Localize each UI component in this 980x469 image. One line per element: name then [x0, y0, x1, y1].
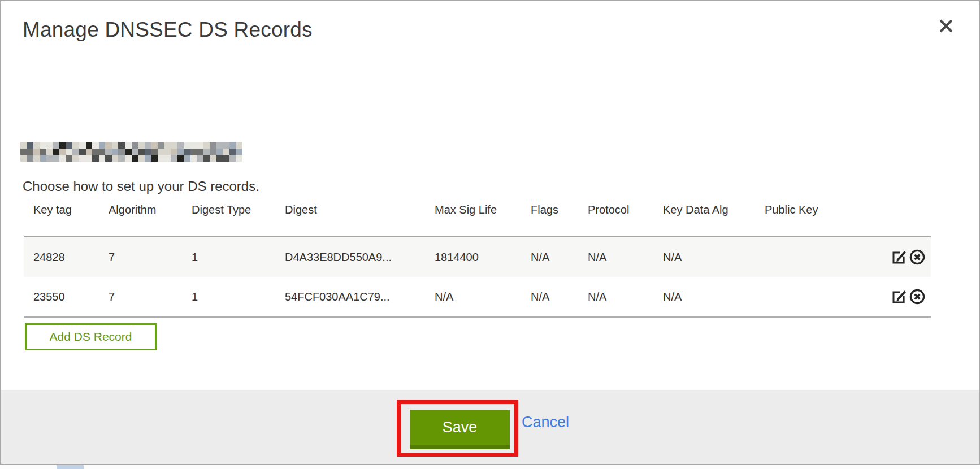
edit-icon[interactable] [890, 288, 908, 306]
close-icon[interactable] [936, 16, 956, 36]
table-body: 24828 7 1 D4A33E8DD550A9... 1814400 N/A … [24, 236, 931, 318]
column-header-key-data-alg: Key Data Alg [653, 203, 755, 216]
cell-protocol: N/A [578, 251, 653, 264]
delete-circle-x-icon[interactable] [908, 248, 926, 266]
redacted-domain [20, 142, 242, 162]
cell-flags: N/A [521, 290, 578, 303]
cell-flags: N/A [521, 251, 578, 264]
cell-algorithm: 7 [99, 251, 182, 264]
column-header-max-sig-life: Max Sig Life [425, 203, 521, 216]
column-header-flags: Flags [521, 203, 578, 216]
column-header-public-key: Public Key [755, 203, 876, 216]
edit-icon[interactable] [890, 248, 908, 266]
cell-max-sig-life: 1814400 [425, 251, 521, 264]
modal-footer: Save Cancel [1, 390, 979, 464]
add-ds-record-button[interactable]: Add DS Record [25, 323, 157, 350]
cell-digest-type: 1 [182, 290, 275, 303]
column-header-protocol: Protocol [578, 203, 653, 216]
cell-protocol: N/A [578, 290, 653, 303]
cell-digest: D4A33E8DD550A9... [275, 251, 425, 264]
delete-circle-x-icon[interactable] [908, 288, 926, 306]
cell-key-tag: 23550 [24, 290, 99, 303]
cell-key-data-alg: N/A [653, 251, 755, 264]
row-actions [876, 288, 931, 306]
cell-key-data-alg: N/A [653, 290, 755, 303]
row-actions [876, 248, 931, 266]
background-content-fragment [57, 465, 84, 469]
cell-algorithm: 7 [99, 290, 182, 303]
save-button[interactable]: Save [410, 410, 510, 449]
table-row: 24828 7 1 D4A33E8DD550A9... 1814400 N/A … [24, 237, 931, 277]
column-header-digest-type: Digest Type [182, 203, 275, 216]
column-header-key-tag: Key tag [24, 203, 99, 216]
cell-key-tag: 24828 [24, 251, 99, 264]
annotation-highlight-box: Save [397, 400, 518, 457]
cancel-link[interactable]: Cancel [522, 414, 569, 431]
table-row: 23550 7 1 54FCF030AA1C79... N/A N/A N/A … [24, 277, 931, 316]
manage-dnssec-modal: Manage DNSSEC DS Records Choose how to s… [0, 0, 980, 465]
page-title: Manage DNSSEC DS Records [23, 18, 313, 42]
column-header-digest: Digest [275, 203, 425, 216]
table-header-row: Key tag Algorithm Digest Type Digest Max… [24, 203, 931, 236]
page-behind-modal [0, 464, 980, 469]
cell-max-sig-life: N/A [425, 290, 521, 303]
cell-digest-type: 1 [182, 251, 275, 264]
ds-records-table: Key tag Algorithm Digest Type Digest Max… [24, 203, 931, 318]
cell-digest: 54FCF030AA1C79... [275, 290, 425, 303]
column-header-algorithm: Algorithm [99, 203, 182, 216]
instruction-text: Choose how to set up your DS records. [23, 179, 259, 194]
